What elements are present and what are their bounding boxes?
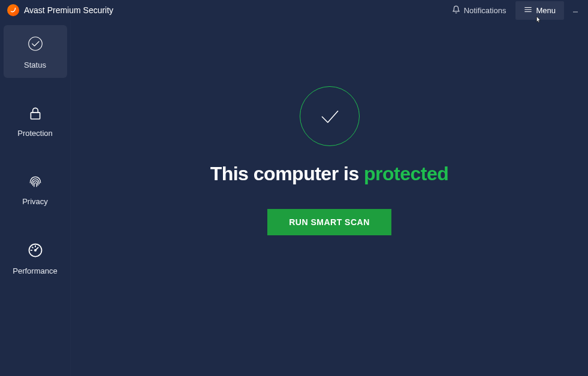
gauge-icon [27, 242, 44, 260]
menu-button[interactable]: Menu [515, 1, 564, 20]
svg-point-8 [34, 250, 35, 251]
sidebar-item-label: Status [24, 60, 46, 69]
sidebar-item-protection[interactable]: Protection [4, 96, 67, 146]
hamburger-icon [524, 5, 532, 16]
avast-logo-icon [7, 4, 19, 16]
status-prefix: This computer is [210, 163, 364, 184]
app-title: Avast Premium Security [24, 5, 113, 15]
lock-icon [28, 105, 43, 123]
checkmark-circle-icon [26, 35, 44, 54]
sidebar-item-label: Performance [13, 266, 57, 275]
sidebar-item-performance[interactable]: Performance [4, 232, 67, 284]
menu-label: Menu [536, 6, 556, 15]
bell-icon [452, 5, 460, 16]
notifications-button[interactable]: Notifications [445, 2, 514, 19]
fingerprint-icon [28, 174, 43, 191]
svg-point-4 [28, 37, 42, 51]
svg-line-11 [32, 247, 32, 248]
sidebar-item-privacy[interactable]: Privacy [4, 164, 67, 214]
run-smart-scan-button[interactable]: RUN SMART SCAN [267, 209, 391, 235]
status-word: protected [364, 163, 448, 184]
sidebar: Status Protection Privacy [0, 20, 71, 376]
notifications-label: Notifications [464, 6, 506, 15]
sidebar-item-label: Protection [17, 129, 53, 138]
sidebar-item-label: Privacy [22, 197, 48, 206]
minimize-button[interactable] [566, 1, 584, 19]
main-panel: This computer is protected RUN SMART SCA… [71, 20, 588, 376]
status-checkmark-icon [300, 86, 360, 146]
titlebar: Avast Premium Security Notifications Men… [0, 0, 588, 20]
sidebar-item-status[interactable]: Status [4, 25, 67, 78]
status-text: This computer is protected [210, 163, 449, 185]
svg-rect-5 [31, 113, 40, 119]
